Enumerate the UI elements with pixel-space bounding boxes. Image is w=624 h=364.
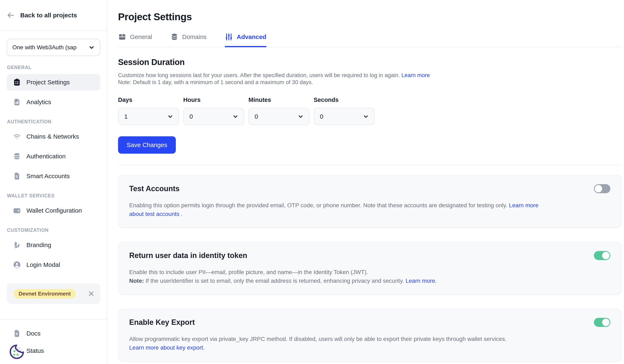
identity-token-card: Return user data in identity token Enabl… — [118, 242, 622, 295]
days-select[interactable]: 1 — [118, 108, 179, 125]
sidebar-item-chains-networks[interactable]: Chains & Networks — [7, 128, 100, 145]
toggle-knob — [602, 319, 610, 326]
card-title: Test Accounts — [129, 184, 180, 193]
sidebar-item-label: Docs — [26, 330, 40, 337]
sidebar-item-status[interactable]: Status — [7, 342, 100, 359]
card-description: Enable this to include user PII—email, p… — [129, 268, 542, 285]
sidebar-item-label: Login Modal — [26, 261, 60, 268]
sidebar-item-label: Branding — [26, 242, 51, 248]
hours-field: Hours 0 — [183, 97, 244, 125]
tab-label: Domains — [182, 33, 207, 40]
minutes-field: Minutes 0 — [248, 97, 310, 125]
back-to-projects-label: Back to all projects — [20, 12, 77, 19]
identity-token-toggle[interactable] — [594, 251, 610, 260]
chevron-down-icon — [233, 114, 238, 119]
save-changes-button[interactable]: Save Changes — [118, 136, 176, 154]
sidebar-item-wallet-configuration[interactable]: Wallet Configuration — [7, 202, 100, 219]
sidebar-item-authentication[interactable]: Authentication — [7, 148, 100, 165]
seconds-select[interactable]: 0 — [314, 108, 375, 125]
card-title: Enable Key Export — [129, 318, 195, 327]
wallet-icon — [13, 206, 21, 215]
analytics-icon — [13, 98, 21, 106]
app-window: Back to all projects One with Web3Auth (… — [0, 0, 624, 364]
seconds-label: Seconds — [314, 97, 375, 103]
card-description: Allow programmatic key export via privat… — [129, 335, 542, 352]
tab-advanced[interactable]: Advanced — [225, 33, 266, 47]
hours-select[interactable]: 0 — [183, 108, 244, 125]
sidebar-item-project-settings[interactable]: Project Settings — [7, 74, 100, 91]
close-icon[interactable] — [88, 290, 95, 297]
page-title: Project Settings — [118, 11, 622, 23]
seconds-field: Seconds 0 — [314, 97, 375, 125]
cookie-icon[interactable] — [13, 347, 21, 355]
sidebar-item-label: Authentication — [26, 153, 66, 160]
sliders-icon — [225, 33, 233, 41]
sidebar-footer: Docs Status — [0, 319, 107, 364]
back-to-projects-button[interactable]: Back to all projects — [0, 0, 107, 31]
main-content: Project Settings General Domains — [107, 0, 624, 364]
hours-label: Hours — [183, 97, 244, 103]
sidebar-item-docs[interactable]: Docs — [7, 325, 100, 342]
project-selector[interactable]: One with Web3Auth (sap — [7, 39, 100, 56]
note-prefix: Note: — [129, 278, 144, 284]
chevron-down-icon — [298, 114, 303, 119]
sidebar-item-analytics[interactable]: Analytics — [7, 94, 100, 110]
tab-label: General — [130, 33, 152, 40]
sidebar: Back to all projects One with Web3Auth (… — [0, 0, 107, 364]
database-icon — [170, 33, 179, 41]
test-accounts-card: Test Accounts Enabling this option permi… — [118, 175, 622, 228]
environment-card: Devnet Environment — [7, 283, 100, 304]
toggle-knob — [602, 252, 610, 259]
days-label: Days — [118, 97, 179, 103]
card-description: Enabling this option permits login throu… — [129, 201, 542, 218]
learn-more-key-export-link[interactable]: Learn more about key export. — [129, 344, 205, 351]
key-export-card: Enable Key Export Allow programmatic key… — [118, 309, 622, 362]
session-duration-title: Session Duration — [118, 58, 622, 67]
environment-badge: Devnet Environment — [14, 289, 76, 299]
card-title: Return user data in identity token — [129, 251, 247, 260]
file-icon — [13, 172, 21, 180]
duration-fields: Days 1 Hours 0 Minutes 0 — [118, 97, 622, 125]
chevron-down-icon — [363, 114, 368, 119]
database-icon — [13, 152, 21, 160]
sidebar-item-label: Smart Accounts — [26, 173, 70, 180]
sidebar-nav: GENERAL Project Settings Analytics — [0, 56, 107, 276]
user-circle-icon — [13, 261, 21, 269]
wifi-icon — [13, 132, 21, 141]
section-label-customization: CUSTOMIZATION — [7, 227, 100, 233]
tab-bar: General Domains Advanced — [118, 33, 622, 47]
sidebar-item-label: Wallet Configuration — [26, 207, 82, 214]
tab-domains[interactable]: Domains — [170, 33, 207, 47]
session-duration-note: Note: Default is 1 day, with a minimum o… — [118, 79, 622, 86]
clipboard-icon — [13, 78, 21, 86]
sidebar-item-branding[interactable]: Branding — [7, 237, 100, 253]
session-duration-description: Customize how long sessions last for you… — [118, 72, 622, 79]
tab-general[interactable]: General — [118, 33, 152, 47]
minutes-label: Minutes — [248, 97, 310, 103]
sidebar-item-label: Status — [26, 347, 44, 354]
tab-label: Advanced — [237, 33, 266, 40]
section-label-authentication: AUTHENTICATION — [7, 119, 100, 124]
section-label-wallet-services: WALLET SERVICES — [7, 193, 100, 199]
docs-icon — [13, 329, 21, 338]
arrow-left-icon — [7, 11, 15, 19]
minutes-select[interactable]: 0 — [248, 108, 310, 125]
test-accounts-toggle[interactable] — [594, 184, 610, 193]
days-field: Days 1 — [118, 97, 179, 125]
key-export-toggle[interactable] — [594, 318, 610, 327]
chevron-down-icon — [89, 45, 95, 50]
sidebar-item-label: Project Settings — [26, 79, 70, 86]
table-icon — [118, 33, 126, 41]
chevron-down-icon — [168, 114, 173, 119]
sidebar-item-label: Chains & Networks — [26, 133, 79, 140]
branding-icon — [13, 241, 21, 249]
sidebar-item-smart-accounts[interactable]: Smart Accounts — [7, 168, 100, 184]
sidebar-item-login-modal[interactable]: Login Modal — [7, 257, 100, 273]
project-selector-value: One with Web3Auth (sap — [12, 44, 77, 51]
sidebar-item-label: Analytics — [26, 98, 51, 106]
section-label-general: GENERAL — [7, 65, 100, 70]
learn-more-identity-link[interactable]: Learn more. — [406, 278, 437, 284]
learn-more-link[interactable]: Learn more — [401, 72, 430, 78]
section-divider — [118, 165, 622, 165]
toggle-knob — [595, 185, 602, 193]
